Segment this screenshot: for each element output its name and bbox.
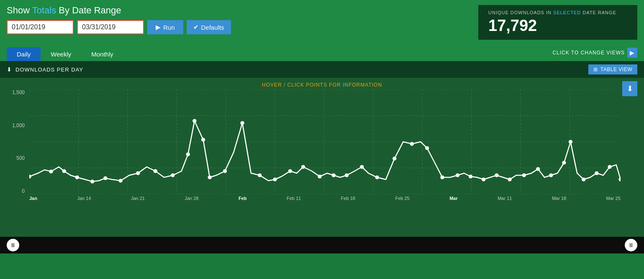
svg-point-51 xyxy=(536,167,539,171)
defaults-button[interactable]: ✔ Defaults xyxy=(187,20,231,34)
chart-title: ⬇ DOWNLOADS PER DAY xyxy=(7,66,83,73)
date-row: ▶ Run ✔ Defaults xyxy=(7,20,472,34)
svg-point-50 xyxy=(522,174,526,177)
start-date-input[interactable] xyxy=(7,20,74,34)
svg-point-47 xyxy=(482,178,485,181)
svg-point-26 xyxy=(186,153,190,156)
x-label-mar18: Mar 18 xyxy=(552,196,566,201)
svg-point-29 xyxy=(208,176,211,179)
top-section: Show Totals By Date Range ▶ Run ✔ Defaul… xyxy=(0,0,644,44)
svg-point-39 xyxy=(360,165,364,169)
svg-point-34 xyxy=(288,169,292,173)
download-icon-sm: ⬇ xyxy=(7,66,12,73)
chart-svg xyxy=(29,90,621,194)
pause-icon-left: ⏸ xyxy=(10,242,16,248)
svg-point-55 xyxy=(582,178,585,181)
bottom-bar: ⏸ ⏸ xyxy=(0,237,644,253)
svg-point-37 xyxy=(332,174,335,177)
tab-monthly[interactable]: Monthly xyxy=(81,47,123,61)
svg-point-31 xyxy=(241,121,244,125)
svg-point-56 xyxy=(595,171,598,175)
table-icon: ⊞ xyxy=(593,67,598,72)
end-date-input[interactable] xyxy=(77,20,144,34)
y-label-500: 500 xyxy=(16,155,25,161)
stats-value: 17,792 xyxy=(488,17,627,35)
run-button[interactable]: ▶ Run xyxy=(147,20,183,34)
change-views-icon: ▶ xyxy=(627,48,637,58)
y-label-0: 0 xyxy=(22,188,25,194)
svg-point-17 xyxy=(49,170,53,173)
svg-point-19 xyxy=(75,176,79,179)
x-label-mar: Mar xyxy=(449,196,458,201)
svg-point-44 xyxy=(441,176,444,179)
x-label-feb: Feb xyxy=(239,196,247,201)
svg-point-52 xyxy=(549,174,553,177)
svg-point-21 xyxy=(104,177,107,180)
svg-point-42 xyxy=(410,142,413,146)
table-view-button[interactable]: ⊞ TABLE VIEW xyxy=(588,64,637,74)
svg-point-40 xyxy=(375,176,379,179)
svg-point-46 xyxy=(469,175,472,178)
svg-point-18 xyxy=(62,169,66,173)
svg-point-20 xyxy=(90,180,94,183)
svg-point-33 xyxy=(273,178,277,181)
svg-point-57 xyxy=(608,165,611,169)
svg-point-49 xyxy=(508,178,511,181)
scroll-handle-left[interactable]: ⏸ xyxy=(7,239,19,251)
x-label-mar25: Mar 25 xyxy=(606,196,621,201)
svg-point-22 xyxy=(119,179,122,182)
svg-point-24 xyxy=(154,169,157,173)
hover-hint: HOVER / CLICK POINTS FOR INFORMATION xyxy=(0,78,644,90)
x-label-feb25: Feb 25 xyxy=(395,196,409,201)
svg-point-43 xyxy=(426,146,429,150)
svg-point-38 xyxy=(345,174,348,177)
svg-point-25 xyxy=(171,174,174,177)
svg-point-48 xyxy=(495,174,498,177)
svg-point-54 xyxy=(569,140,572,143)
scroll-handle-right[interactable]: ⏸ xyxy=(625,239,637,251)
x-label-jan21: Jan 21 xyxy=(131,196,145,201)
stats-box: UNIQUE DOWNLOADS IN SELECTED DATE RANGE … xyxy=(478,5,637,40)
svg-point-36 xyxy=(318,175,321,178)
svg-point-45 xyxy=(456,174,459,177)
svg-point-35 xyxy=(301,165,305,169)
download-float-button[interactable]: ⬇ xyxy=(622,81,637,96)
pause-icon-right: ⏸ xyxy=(628,242,634,248)
click-to-change-views[interactable]: CLICK TO CHANGE VIEWS ▶ xyxy=(552,48,637,61)
svg-point-58 xyxy=(619,178,621,181)
svg-point-41 xyxy=(393,157,396,160)
x-label-jan: Jan xyxy=(29,196,37,201)
top-left: Show Totals By Date Range ▶ Run ✔ Defaul… xyxy=(7,5,472,34)
tab-weekly[interactable]: Weekly xyxy=(41,47,81,61)
x-label-mar11: Mar 11 xyxy=(498,196,512,201)
x-label-jan14: Jan 14 xyxy=(77,196,91,201)
play-icon: ▶ xyxy=(156,23,161,31)
svg-point-30 xyxy=(223,169,226,173)
tab-daily[interactable]: Daily xyxy=(7,47,41,61)
svg-point-16 xyxy=(29,175,31,178)
y-label-1500: 1,500 xyxy=(12,90,25,95)
svg-point-27 xyxy=(193,119,196,123)
tabs-container: Daily Weekly Monthly xyxy=(7,47,123,61)
x-label-feb11: Feb 11 xyxy=(287,196,301,201)
chart-area: HOVER / CLICK POINTS FOR INFORMATION ⬇ 1… xyxy=(0,78,644,237)
svg-point-23 xyxy=(136,171,140,175)
svg-point-53 xyxy=(562,161,566,164)
page-title: Show Totals By Date Range xyxy=(7,5,472,16)
stats-label: UNIQUE DOWNLOADS IN SELECTED DATE RANGE xyxy=(488,10,627,15)
chart-header: ⬇ DOWNLOADS PER DAY ⊞ TABLE VIEW xyxy=(0,61,644,78)
svg-point-28 xyxy=(201,138,205,141)
svg-point-32 xyxy=(258,174,261,177)
tabs-row: Daily Weekly Monthly CLICK TO CHANGE VIE… xyxy=(0,44,644,61)
y-label-1000: 1,000 xyxy=(12,123,25,128)
x-label-feb18: Feb 18 xyxy=(341,196,355,201)
x-label-jan28: Jan 28 xyxy=(185,196,198,201)
checkmark-icon: ✔ xyxy=(193,23,199,31)
